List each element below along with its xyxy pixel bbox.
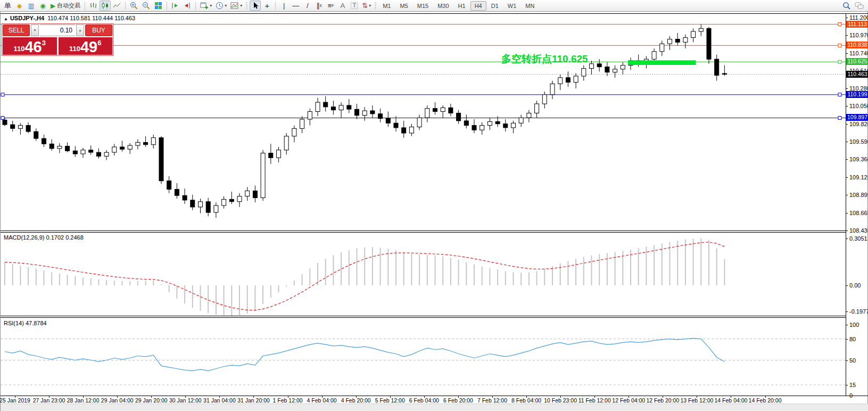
horizontal-line-tool-button[interactable]: — [290, 1, 301, 11]
symbol-label: USDJPY-,H4 [10, 15, 44, 21]
sell-price-display[interactable]: 110463 [3, 37, 57, 55]
market-watch-button[interactable]: ▥ [26, 1, 37, 11]
fibonacci-icon: ≡ [328, 2, 332, 9]
axis-tick-mark [846, 88, 848, 89]
timeframe-m5-button[interactable]: M5 [395, 1, 412, 11]
new-chart-button[interactable]: ▾ [199, 1, 213, 11]
horizontal-line-icon: — [292, 2, 299, 9]
chat-button[interactable] [853, 1, 866, 11]
trendline-icon: / [307, 2, 309, 9]
line-chart-mode-button[interactable] [111, 1, 122, 11]
price-level-badge: 110.463 [846, 71, 868, 78]
periods-button[interactable]: ▾ [214, 1, 228, 11]
vertical-line-tool-button[interactable]: | [278, 1, 290, 11]
buy-button[interactable]: BUY [85, 24, 112, 36]
axis-tick-label: 0 [849, 392, 853, 399]
time-tick-label: 8 Feb 04:00 [511, 397, 541, 404]
macd-panel[interactable] [1, 233, 846, 316]
rsi-separator [1, 317, 846, 318]
time-tick-label: 31 Jan 04:00 [203, 397, 236, 404]
sell-button[interactable]: SELL [3, 24, 30, 36]
timeframe-m15-button[interactable]: M15 [413, 1, 433, 11]
candlestick-mode-button[interactable] [100, 1, 111, 11]
label-tool-button[interactable]: T [349, 1, 360, 11]
volume-decrease-button[interactable]: ▼ [31, 24, 39, 36]
price-level-badge: 109.897 [846, 114, 868, 121]
auto-scroll-button[interactable] [170, 1, 181, 11]
dropdown-caret-icon: ▾ [225, 3, 227, 8]
price-chart[interactable] [1, 14, 846, 231]
timeframe-w1-button[interactable]: W1 [503, 1, 521, 11]
axis-tick-mark [846, 325, 848, 325]
time-tick-label: 12 Feb 04:00 [612, 397, 645, 404]
rsi-panel[interactable] [1, 318, 846, 396]
market-watch-icon: ▥ [28, 3, 34, 9]
axis-tick-mark [846, 35, 848, 36]
macd-separator [1, 231, 846, 231]
volume-input[interactable] [40, 24, 75, 36]
tile-windows-button[interactable] [153, 1, 164, 11]
channel-tool-button[interactable]: ∥E [313, 1, 325, 11]
time-tick-label: 11 Feb 12:00 [578, 397, 611, 404]
buy-price-pips: 49 [80, 40, 97, 54]
crosshair-tool-button[interactable]: + [261, 1, 272, 11]
trade-panel-price-row: 110463 110496 [3, 37, 112, 55]
pivot-annotation-text[interactable]: 多空转折点110.625 [501, 52, 588, 66]
navigator-button[interactable]: ◉ [37, 1, 48, 11]
axis-tick-label: 109.590 [849, 138, 868, 145]
axis-tick-mark [846, 239, 848, 239]
zoom-in-icon [130, 2, 138, 10]
chart-shift-button[interactable] [181, 1, 193, 11]
toolbar-separator [195, 2, 196, 10]
bar-chart-icon [89, 2, 97, 10]
text-tool-button[interactable]: A [337, 1, 348, 11]
axis-tick-mark [846, 385, 848, 385]
arrows-tool-button[interactable]: ⇅ ▾ [360, 1, 373, 11]
channel-sub-label: E [320, 4, 323, 7]
price-axis[interactable]: 111.200110.970110.740110.510110.280110.0… [846, 12, 868, 411]
axis-tick-label: 110.970 [849, 32, 868, 38]
chart-window: ▲USDJPY-,H4 110.474 110.581 110.444 110.… [0, 12, 868, 411]
candlestick-icon [101, 2, 109, 10]
collapse-panel-icon[interactable]: ▲ [4, 17, 8, 21]
buy-price-main: 110 [69, 45, 80, 52]
fibonacci-tool-button[interactable]: ≡F [325, 1, 336, 11]
time-tick-label: 1 Feb 12:00 [273, 397, 303, 404]
zoom-in-button[interactable] [128, 1, 140, 11]
cursor-icon [252, 2, 259, 10]
timeframe-mn-button[interactable]: MN [521, 1, 539, 11]
volume-increase-button[interactable]: ▲ [76, 24, 84, 36]
buy-price-display[interactable]: 110496 [59, 37, 113, 55]
time-tick-label: 27 Jan 23:00 [33, 397, 65, 404]
axis-tick-mark [846, 285, 848, 286]
cursor-tool-button[interactable] [250, 1, 261, 11]
bar-chart-mode-button[interactable] [88, 1, 99, 11]
time-tick-label: 5 Feb 12:00 [375, 397, 405, 404]
tile-windows-icon [154, 2, 162, 10]
toolbar: 单 ◆ ▥ ◉ ▶ 自动交易 [0, 0, 868, 12]
trendline-tool-button[interactable]: / [302, 1, 313, 11]
time-tick-label: 10 Feb 23:00 [544, 397, 577, 404]
new-order-button[interactable]: 单 [2, 1, 13, 11]
navigator-icon: ◉ [40, 3, 45, 9]
zoom-out-button[interactable] [140, 1, 152, 11]
dropdown-caret-icon: ▾ [210, 3, 212, 8]
search-button[interactable] [841, 1, 853, 11]
gold-badge-button[interactable]: ◆ [14, 1, 25, 11]
toolbar-grip [246, 2, 247, 10]
toolbar-grip [375, 2, 376, 10]
timeframe-m30-button[interactable]: M30 [433, 1, 453, 11]
timeframe-h4-button[interactable]: H4 [470, 1, 486, 11]
time-tick-label: 13 Feb 12:00 [680, 397, 713, 404]
autotrading-button[interactable]: ▶ 自动交易 [49, 1, 82, 11]
axis-tick-mark [846, 124, 848, 125]
axis-tick-mark [846, 339, 848, 340]
time-tick-label: 14 Feb 20:00 [749, 397, 782, 404]
zoom-out-icon [142, 2, 151, 10]
indicators-button[interactable]: ▾ [229, 1, 244, 11]
chart-title: ▲USDJPY-,H4 110.474 110.581 110.444 110.… [4, 15, 135, 21]
axis-tick-mark [846, 159, 848, 160]
timeframe-m1-button[interactable]: M1 [378, 1, 395, 11]
timeframe-h1-button[interactable]: H1 [454, 1, 470, 11]
timeframe-d1-button[interactable]: D1 [487, 1, 503, 11]
